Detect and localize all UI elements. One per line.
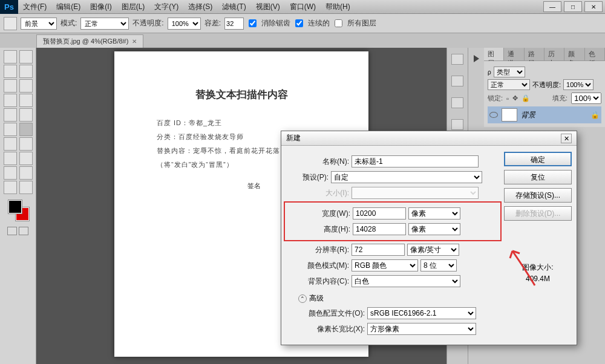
doc-title: 替换文本扫描件内容 (139, 88, 344, 102)
paragraph-icon[interactable] (451, 119, 463, 130)
width-label: 宽度(W): (287, 209, 350, 219)
width-input[interactable] (353, 207, 406, 219)
fill-label: 填充: (552, 94, 567, 103)
layer-opacity-dropdown[interactable]: 100% (563, 79, 594, 90)
filter-kind-dropdown[interactable]: 类型 (494, 67, 525, 77)
lock-position-icon[interactable]: ✥ (512, 94, 518, 102)
resolution-label: 分辨率(R): (286, 245, 349, 255)
marquee-tool[interactable] (19, 50, 33, 63)
document-tab-bar: 预替换页.jpg @ 4%(RGB/8#) ✕ (0, 33, 605, 48)
close-tab-icon[interactable]: ✕ (132, 38, 137, 45)
actions-icon[interactable] (451, 76, 463, 86)
height-unit-dropdown[interactable]: 像素 (408, 223, 460, 235)
foreground-dropdown[interactable]: 前景 (21, 18, 57, 30)
all-layers-checkbox[interactable] (335, 19, 342, 27)
tab-swatches[interactable]: 色板 (585, 48, 605, 60)
blur-tool[interactable] (4, 137, 17, 151)
type-tool[interactable] (19, 152, 33, 165)
tab-channels[interactable]: 通道 (504, 48, 524, 60)
brush-tool[interactable] (4, 94, 17, 107)
size-dropdown (352, 187, 479, 199)
menu-image[interactable]: 图像(I) (85, 2, 116, 12)
blend-mode-dropdown[interactable]: 正常 (488, 79, 530, 90)
contiguous-checkbox[interactable] (295, 19, 303, 27)
dialog-titlebar[interactable]: 新建 ✕ (281, 131, 577, 146)
menu-edit[interactable]: 编辑(E) (51, 2, 85, 12)
opacity-dropdown[interactable]: 100% (168, 18, 201, 30)
aspect-dropdown[interactable]: 方形像素 (367, 323, 476, 335)
mode-label: 模式: (60, 18, 77, 28)
save-preset-button[interactable]: 存储预设(S)... (504, 188, 572, 203)
color-swatches[interactable] (6, 200, 30, 224)
name-input[interactable] (352, 155, 479, 167)
heal-tool[interactable] (19, 94, 33, 107)
mode-dropdown[interactable]: 正常 (80, 18, 129, 30)
maximize-button[interactable]: □ (564, 1, 582, 12)
advanced-toggle[interactable]: ⌃ 高级 (298, 293, 499, 304)
background-dropdown[interactable]: 白色 (352, 275, 460, 287)
delete-preset-button: 删除预设(D)... (504, 206, 572, 221)
move-tool[interactable] (4, 50, 17, 63)
hand-tool[interactable] (4, 181, 17, 194)
layer-thumbnail[interactable] (502, 108, 517, 122)
color-mode-dropdown[interactable]: RGB 颜色 (352, 259, 418, 271)
tab-colors[interactable]: 颜色 (564, 48, 584, 60)
resolution-input[interactable] (352, 244, 405, 256)
menu-layer[interactable]: 图层(L) (117, 2, 150, 12)
height-input[interactable] (353, 223, 406, 235)
ok-button[interactable]: 确定 (504, 152, 572, 166)
fill-dropdown[interactable]: 100% (571, 93, 601, 104)
bucket-tool[interactable] (19, 123, 33, 136)
crop-tool[interactable] (4, 79, 17, 93)
resolution-unit-dropdown[interactable]: 像素/英寸 (407, 244, 459, 256)
stamp-tool[interactable] (4, 108, 17, 122)
tab-layers[interactable]: 图层 (484, 48, 504, 60)
visibility-icon[interactable] (489, 112, 498, 118)
close-button[interactable]: ✕ (584, 1, 603, 12)
lock-pixels-icon[interactable]: ▫ (506, 95, 509, 102)
layer-background[interactable]: 背景 🔒 (488, 106, 601, 123)
eraser-tool[interactable] (4, 123, 17, 136)
tool-preset-icon[interactable] (4, 17, 17, 30)
pen-tool[interactable] (4, 152, 17, 165)
tab-paths[interactable]: 路径 (525, 48, 544, 60)
width-unit-dropdown[interactable]: 像素 (408, 207, 460, 219)
screenmode-icon[interactable] (19, 227, 28, 235)
zoom-tool[interactable] (19, 181, 33, 194)
document-tab[interactable]: 预替换页.jpg @ 4%(RGB/8#) ✕ (36, 34, 143, 48)
bit-depth-dropdown[interactable]: 8 位 (420, 259, 457, 271)
tolerance-input[interactable] (224, 18, 244, 30)
menu-help[interactable]: 帮助(H) (321, 2, 355, 12)
quickmask-icon[interactable] (7, 227, 17, 235)
menu-view[interactable]: 视图(V) (251, 2, 285, 12)
foreground-color[interactable] (8, 200, 22, 213)
history-icon[interactable] (451, 54, 463, 65)
reset-button[interactable]: 复位 (504, 170, 572, 184)
shape-tool[interactable] (19, 166, 33, 180)
eyedropper-tool[interactable] (19, 79, 33, 93)
char-icon[interactable] (451, 97, 463, 108)
size-label: 大小(I): (286, 188, 349, 198)
path-tool[interactable] (4, 166, 17, 180)
new-document-dialog: 新建 ✕ 名称(N): 预设(P): 自定 大小(I): 宽度(W): 像素 (281, 131, 577, 345)
advanced-label: 高级 (309, 293, 324, 304)
antialias-checkbox[interactable] (249, 19, 257, 27)
menu-filter[interactable]: 滤镜(T) (217, 2, 250, 12)
lock-all-icon[interactable]: 🔒 (522, 94, 530, 102)
wand-tool[interactable] (19, 65, 33, 78)
image-size-label: 图像大小: (504, 262, 572, 273)
preset-dropdown[interactable]: 自定 (331, 171, 482, 183)
menu-select[interactable]: 选择(S) (183, 2, 217, 12)
profile-dropdown[interactable]: sRGB IEC61966-2.1 (367, 307, 476, 319)
minimize-button[interactable]: — (543, 1, 561, 12)
history-brush-tool[interactable] (19, 108, 33, 122)
tab-history[interactable]: 历史 (544, 48, 564, 60)
panel-tabs: 图层 通道 路径 历史 颜色 色板 (484, 48, 605, 61)
menu-window[interactable]: 窗口(W) (285, 2, 321, 12)
menu-type[interactable]: 文字(Y) (149, 2, 183, 12)
dialog-close-button[interactable]: ✕ (561, 134, 572, 143)
lock-icon: 🔒 (590, 111, 600, 119)
lasso-tool[interactable] (4, 65, 17, 78)
dodge-tool[interactable] (19, 137, 33, 151)
menu-file[interactable]: 文件(F) (18, 2, 51, 12)
